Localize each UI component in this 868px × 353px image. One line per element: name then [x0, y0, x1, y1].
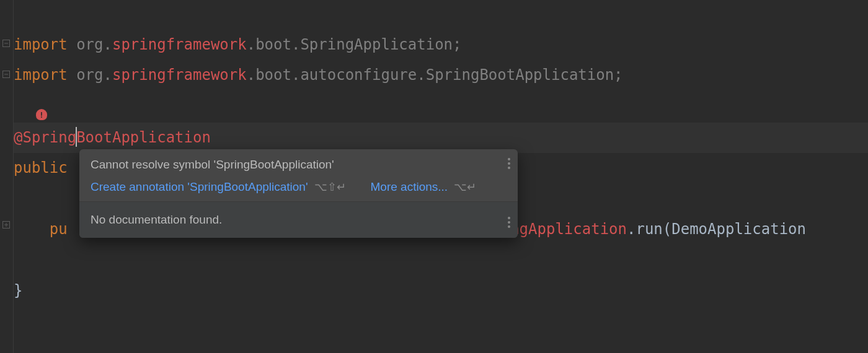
package-path: .boot.autoconfigure.SpringBootApplicatio…	[247, 66, 623, 84]
keyword-fragment: pu	[50, 220, 68, 238]
error-symbol: springframework	[112, 36, 247, 53]
fold-collapse-icon[interactable]	[1, 69, 11, 79]
more-options-icon[interactable]	[508, 217, 510, 228]
indent	[14, 220, 50, 238]
fold-collapse-icon[interactable]	[1, 38, 11, 48]
package-path: org.	[76, 66, 112, 84]
keyword-public: public	[14, 159, 68, 176]
popup-doc-section: No documentation found.	[79, 202, 518, 238]
error-tooltip-popup: Cannot resolve symbol 'SpringBootApplica…	[79, 149, 518, 238]
documentation-text: No documentation found.	[91, 213, 507, 227]
keyword-import: import	[14, 36, 76, 53]
more-options-icon[interactable]	[508, 158, 510, 169]
quick-fix-actions: Create annotation 'SpringBootApplication…	[91, 180, 507, 194]
gutter	[0, 0, 14, 353]
close-brace: }	[14, 282, 22, 299]
code-line[interactable]	[14, 90, 868, 123]
error-message: Cannot resolve symbol 'SpringBootApplica…	[91, 158, 507, 172]
shortcut-hint: ⌥⇧↵	[314, 180, 346, 194]
code-line[interactable]	[14, 245, 868, 276]
code-line[interactable]: }	[14, 276, 868, 306]
code-line-current[interactable]: @SpringBootApplication	[14, 123, 868, 153]
text-cursor	[76, 127, 77, 147]
method-call: .run(DemoApplication	[627, 220, 806, 238]
fold-expand-icon[interactable]	[1, 220, 11, 230]
package-path: .boot.SpringApplication;	[247, 36, 462, 53]
popup-error-section: Cannot resolve symbol 'SpringBootApplica…	[79, 149, 518, 202]
error-symbol: BootApplication	[76, 129, 211, 146]
code-line[interactable]: import org.springframework.boot.autoconf…	[14, 60, 868, 90]
error-symbol: ingApplication	[502, 220, 627, 238]
more-actions-link[interactable]: More actions...	[371, 180, 448, 194]
code-line[interactable]: import org.springframework.boot.SpringAp…	[14, 30, 868, 60]
intention-bulb-icon[interactable]	[36, 109, 47, 120]
error-symbol: springframework	[112, 66, 247, 84]
package-path: org.	[76, 36, 112, 53]
annotation-at: @	[14, 129, 22, 146]
create-annotation-action[interactable]: Create annotation 'SpringBootApplication…	[91, 180, 308, 194]
keyword-import: import	[14, 66, 76, 84]
error-symbol: Spring	[22, 129, 76, 146]
shortcut-hint: ⌥↵	[454, 180, 476, 194]
